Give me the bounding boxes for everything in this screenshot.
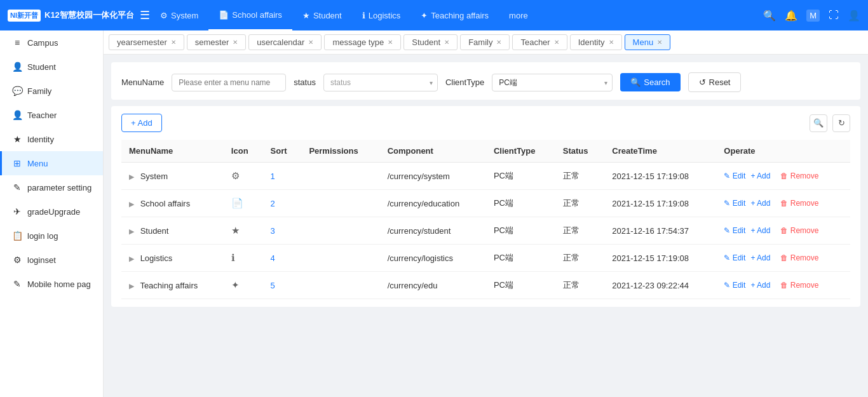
cell-permissions-logistics — [301, 245, 379, 272]
sidebar-item-grade-upgrade[interactable]: ✈ gradeUpgrade — [0, 199, 103, 224]
tab-message-type-close[interactable]: ✕ — [388, 39, 393, 46]
tab-teacher[interactable]: Teacher ✕ — [512, 34, 567, 50]
tab-yearsemester[interactable]: yearsemester ✕ — [109, 34, 184, 50]
add-button[interactable]: + Add — [121, 114, 162, 132]
remove-btn-logistics[interactable]: 🗑 Remove — [780, 253, 818, 262]
status-badge-school_affairs: 正常 — [563, 198, 580, 208]
sort-num-system: 1 — [271, 172, 275, 181]
tab-menu-close[interactable]: ✕ — [657, 39, 662, 46]
sidebar-item-family[interactable]: 💬 Family — [0, 79, 103, 103]
cell-status-logistics: 正常 — [555, 245, 605, 272]
add-btn-logistics[interactable]: + Add — [750, 253, 770, 262]
add-btn-student[interactable]: + Add — [750, 226, 770, 235]
tab-message-type-label: message type — [332, 37, 384, 47]
tab-identity-close[interactable]: ✕ — [609, 39, 614, 46]
table-row: ▶ School affairs 📄 2 /currency/education… — [121, 190, 850, 217]
sidebar-login-log-label: login log — [27, 231, 58, 241]
edit-btn-logistics[interactable]: ✎ Edit — [724, 253, 745, 262]
cell-client-type-logistics: PC端 — [486, 245, 555, 272]
hamburger-icon[interactable]: ☰ — [140, 8, 150, 22]
client-type-select[interactable]: PC端 — [492, 74, 613, 91]
nav-item-system[interactable]: ⚙ System — [150, 0, 208, 30]
search-icon[interactable]: 🔍 — [763, 10, 776, 22]
add-btn-school_affairs[interactable]: + Add — [750, 199, 770, 208]
nav-item-more[interactable]: more — [499, 0, 538, 30]
nav-item-logistics[interactable]: ℹ Logistics — [352, 0, 411, 30]
tab-student-close[interactable]: ✕ — [444, 39, 449, 46]
remove-btn-student[interactable]: 🗑 Remove — [780, 226, 818, 235]
cell-menu-name-teaching_affairs: ▶ Teaching affairs — [121, 272, 224, 299]
cell-component-school_affairs: /currency/education — [380, 190, 486, 217]
reset-button[interactable]: ↺ Reset — [688, 72, 742, 92]
col-permissions: Permissions — [301, 140, 379, 163]
sidebar-identity-label: Identity — [27, 135, 54, 144]
edit-btn-student[interactable]: ✎ Edit — [724, 226, 745, 235]
cell-create-time-teaching_affairs: 2021-12-23 09:22:44 — [604, 272, 716, 299]
tab-semester-close[interactable]: ✕ — [233, 39, 238, 46]
tab-identity[interactable]: Identity ✕ — [570, 34, 622, 50]
edit-btn-system[interactable]: ✎ Edit — [724, 172, 745, 180]
sidebar-item-parameter-setting[interactable]: ✎ parameter setting — [0, 175, 103, 199]
tab-family[interactable]: Family ✕ — [460, 34, 510, 50]
edit-btn-teaching_affairs[interactable]: ✎ Edit — [724, 281, 745, 290]
status-select[interactable]: status — [323, 74, 438, 91]
sidebar-loginset-label: loginset — [27, 255, 56, 265]
nav-item-logistics-label: Logistics — [369, 11, 401, 20]
tab-usercalendar[interactable]: usercalendar ✕ — [248, 34, 322, 50]
tab-student[interactable]: Student ✕ — [403, 34, 458, 50]
operate-btns-logistics: ✎ Edit + Add 🗑 Remove — [724, 253, 843, 263]
add-btn-teaching_affairs[interactable]: + Add — [750, 281, 770, 290]
cell-permissions-system — [301, 163, 379, 190]
reset-btn-icon: ↺ — [699, 77, 706, 87]
edit-btn-school_affairs[interactable]: ✎ Edit — [724, 199, 745, 208]
remove-btn-teaching_affairs[interactable]: 🗑 Remove — [780, 281, 818, 290]
add-btn-system[interactable]: + Add — [750, 172, 770, 180]
sidebar-item-identity[interactable]: ★ Identity — [0, 127, 103, 151]
cell-status-teaching_affairs: 正常 — [555, 272, 605, 299]
nav-item-teaching-affairs[interactable]: ✦ Teaching affairs — [410, 0, 499, 30]
sidebar-item-student[interactable]: 👤 Student — [0, 55, 103, 79]
expand-icon-student[interactable]: ▶ — [129, 227, 134, 235]
operate-btns-student: ✎ Edit + Add 🗑 Remove — [724, 226, 843, 236]
sidebar-item-teacher[interactable]: 👤 Teacher — [0, 103, 103, 127]
tab-message-type[interactable]: message type ✕ — [324, 34, 401, 50]
expand-icon-logistics[interactable]: ▶ — [129, 255, 134, 262]
remove-btn-system[interactable]: 🗑 Remove — [780, 172, 818, 180]
platform-name: K12智慧校园一体化平台 — [44, 10, 134, 21]
table-refresh-icon-btn[interactable]: ↻ — [832, 114, 850, 132]
tab-menu[interactable]: Menu ✕ — [625, 34, 671, 50]
remove-btn-school_affairs[interactable]: 🗑 Remove — [780, 199, 818, 208]
nav-item-student[interactable]: ★ Student — [292, 0, 352, 30]
login-log-sidebar-icon: 📋 — [12, 231, 22, 241]
sidebar-item-login-log[interactable]: 📋 login log — [0, 224, 103, 248]
tab-semester[interactable]: semester ✕ — [187, 34, 246, 50]
notification-icon[interactable]: 🔔 — [785, 10, 797, 22]
cell-create-time-logistics: 2021-12-15 17:19:08 — [604, 245, 716, 272]
monitor-icon[interactable]: M — [806, 10, 820, 22]
nav-item-school-affairs[interactable]: 📄 School affairs — [208, 0, 292, 30]
cell-icon-student: ★ — [224, 217, 263, 245]
cell-icon-system: ⚙ — [224, 163, 263, 190]
tab-usercalendar-close[interactable]: ✕ — [308, 39, 313, 46]
expand-icon-system[interactable]: ▶ — [129, 173, 134, 180]
expand-icon-teaching_affairs[interactable]: ▶ — [129, 282, 134, 290]
tab-yearsemester-close[interactable]: ✕ — [171, 39, 176, 46]
sidebar-item-loginset[interactable]: ⚙ loginset — [0, 248, 103, 272]
tab-teacher-close[interactable]: ✕ — [554, 39, 559, 46]
menu-name-input[interactable] — [172, 74, 286, 91]
sidebar-item-menu[interactable]: ⊞ Menu — [0, 151, 103, 175]
expand-icon-school_affairs[interactable]: ▶ — [129, 200, 134, 208]
sidebar-item-campus[interactable]: ≡ Campus — [0, 30, 103, 55]
menu-name-text-teaching_affairs: Teaching affairs — [140, 281, 198, 290]
tab-family-close[interactable]: ✕ — [496, 39, 501, 46]
user-avatar-icon[interactable]: 👤 — [848, 10, 860, 22]
search-button[interactable]: 🔍 Search — [620, 73, 680, 91]
table-search-icon-btn[interactable]: 🔍 — [810, 114, 827, 132]
sort-num-logistics: 4 — [271, 253, 275, 263]
filter-bar: MenuName status status ClientType PC端 🔍 … — [111, 62, 860, 100]
sidebar-item-mobile-home[interactable]: ✎ Mobile home pag — [0, 272, 103, 296]
parameter-setting-sidebar-icon: ✎ — [12, 182, 22, 192]
table-area: + Add 🔍 ↻ MenuName Icon Sort Permissions — [111, 106, 860, 307]
cell-menu-name-logistics: ▶ Logistics — [121, 245, 224, 272]
fullscreen-icon[interactable]: ⛶ — [829, 10, 839, 21]
